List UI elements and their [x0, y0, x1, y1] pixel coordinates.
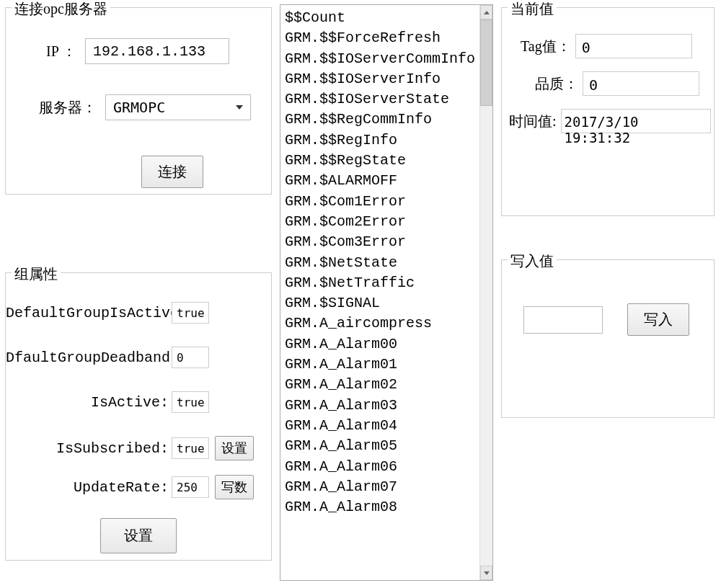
tag-listbox[interactable]: $$CountGRM.$$ForceRefreshGRM.$$IOServerC…: [280, 4, 493, 581]
default-group-deadband-label: DfaultGroupDeadband:: [6, 349, 172, 366]
list-item[interactable]: GRM.$Com3Error: [285, 232, 475, 252]
list-item[interactable]: GRM.$Com2Error: [285, 212, 475, 232]
default-group-deadband-value[interactable]: [172, 347, 209, 368]
list-item[interactable]: GRM.$$RegInfo: [285, 130, 475, 151]
group-properties-panel: 组属性 DefaultGroupIsActive: DfaultGroupDea…: [5, 272, 272, 561]
default-group-active-value[interactable]: [172, 302, 209, 324]
list-item[interactable]: GRM.A_Alarm05: [285, 436, 475, 456]
tag-value-label: Tag值：: [521, 37, 571, 56]
connect-opc-panel: 连接opc服务器 IP ： 服务器： GRMOPC 连接: [5, 7, 272, 195]
list-item[interactable]: GRM.$NetState: [285, 253, 475, 273]
list-item[interactable]: GRM.$Com1Error: [285, 192, 475, 212]
is-subscribed-label: IsSubscribed:: [6, 440, 172, 457]
set-button[interactable]: 设置: [215, 436, 254, 460]
scrollbar[interactable]: [479, 5, 492, 580]
connect-panel-title: 连接opc服务器: [12, 0, 110, 19]
scroll-thumb[interactable]: [480, 19, 492, 106]
scroll-down-arrow-icon[interactable]: [480, 566, 492, 580]
update-rate-value[interactable]: [172, 476, 209, 498]
current-panel-title: 当前值: [508, 0, 557, 19]
list-item[interactable]: GRM.$ALARMOFF: [285, 171, 475, 191]
list-item[interactable]: GRM.A_Alarm07: [285, 477, 475, 497]
server-select[interactable]: GRMOPC: [105, 94, 251, 120]
list-item[interactable]: GRM.$$IOServerCommInfo: [285, 49, 475, 69]
settings-button[interactable]: 设置: [100, 518, 177, 553]
list-item[interactable]: GRM.A_Alarm06: [285, 457, 475, 477]
list-item[interactable]: GRM.$SIGNAL: [285, 293, 475, 313]
update-rate-label: UpdateRate:: [6, 479, 172, 496]
list-item[interactable]: GRM.A_Alarm08: [285, 497, 475, 517]
current-value-panel: 当前值 Tag值： 0 品质： 0 时间值: 2017/3/10 19:31:3…: [501, 7, 715, 216]
list-item[interactable]: GRM.A_aircompress: [285, 313, 475, 334]
quality-label: 品质：: [535, 74, 578, 94]
quality-display: 0: [583, 71, 699, 96]
list-item[interactable]: GRM.A_Alarm04: [285, 416, 475, 436]
is-active-label: IsActive:: [6, 394, 172, 411]
list-item[interactable]: GRM.A_Alarm02: [285, 375, 475, 395]
is-active-value[interactable]: [172, 391, 209, 413]
list-item[interactable]: $$Count: [285, 8, 475, 28]
write-number-button[interactable]: 写数: [215, 475, 254, 499]
write-panel-title: 写入值: [508, 251, 557, 271]
tag-list-content: $$CountGRM.$$ForceRefreshGRM.$$IOServerC…: [280, 5, 479, 580]
time-value-display: 2017/3/10 19:31:32: [561, 109, 711, 133]
list-item[interactable]: GRM.$$IOServerInfo: [285, 69, 475, 89]
write-button[interactable]: 写入: [627, 303, 689, 336]
scroll-up-arrow-icon[interactable]: [480, 5, 492, 19]
write-value-input[interactable]: [523, 306, 603, 334]
server-label: 服务器：: [39, 98, 97, 117]
ip-label: IP ：: [46, 42, 76, 61]
list-item[interactable]: GRM.$NetTraffic: [285, 273, 475, 293]
list-item[interactable]: GRM.$$RegState: [285, 151, 475, 171]
list-item[interactable]: GRM.$$IOServerState: [285, 89, 475, 110]
connect-button[interactable]: 连接: [141, 156, 203, 188]
default-group-active-label: DefaultGroupIsActive:: [6, 305, 172, 321]
chevron-down-icon: [236, 105, 243, 110]
ip-input[interactable]: [85, 38, 229, 64]
list-item[interactable]: GRM.$$RegCommInfo: [285, 110, 475, 130]
group-panel-title: 组属性: [12, 264, 61, 284]
list-item[interactable]: GRM.$$ForceRefresh: [285, 28, 475, 48]
list-item[interactable]: GRM.A_Alarm03: [285, 396, 475, 416]
write-value-panel: 写入值 写入: [501, 259, 715, 418]
is-subscribed-value[interactable]: [172, 437, 209, 459]
list-item[interactable]: GRM.A_Alarm01: [285, 355, 475, 375]
time-value-label: 时间值:: [509, 112, 557, 131]
tag-value-display: 0: [575, 34, 692, 58]
list-item[interactable]: GRM.A_Alarm00: [285, 334, 475, 355]
server-selected-value: GRMOPC: [113, 99, 165, 116]
